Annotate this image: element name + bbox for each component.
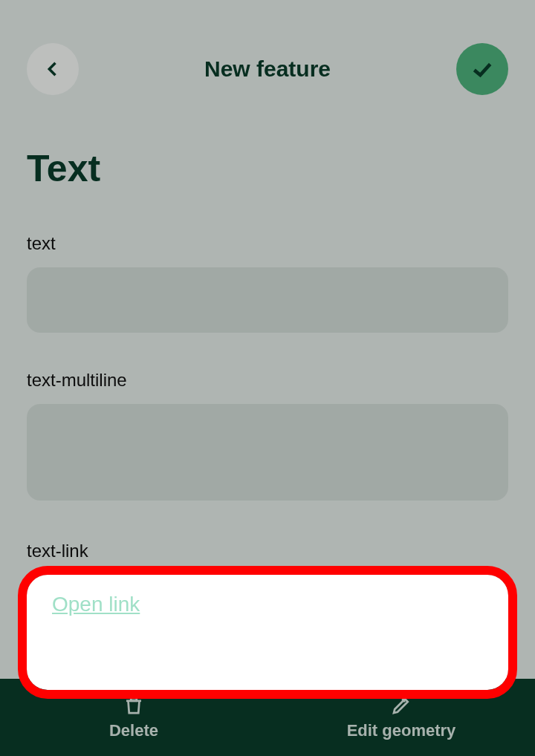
multiline-field-label: text-multiline <box>27 370 508 391</box>
edit-geometry-button[interactable]: Edit geometry <box>268 679 535 756</box>
text-multiline-input[interactable] <box>27 404 508 501</box>
section-title: Text <box>27 147 508 190</box>
header: New feature <box>0 0 535 95</box>
delete-button[interactable]: Delete <box>0 679 268 756</box>
content-area: Text text text-multiline text-link Open … <box>0 95 535 690</box>
edit-geometry-label: Edit geometry <box>347 721 456 740</box>
back-button[interactable] <box>27 43 79 95</box>
check-icon <box>470 57 494 81</box>
text-field-label: text <box>27 233 508 254</box>
open-link[interactable]: Open link <box>52 593 140 616</box>
link-field-label: text-link <box>27 541 508 561</box>
confirm-button[interactable] <box>456 43 508 95</box>
delete-label: Delete <box>109 721 158 740</box>
chevron-left-icon <box>42 59 63 79</box>
text-input[interactable] <box>27 267 508 333</box>
pencil-icon <box>390 694 412 717</box>
text-link-container: Open link <box>27 575 508 690</box>
bottom-bar: Delete Edit geometry <box>0 679 535 756</box>
trash-icon <box>123 694 145 717</box>
highlight-border <box>18 566 517 699</box>
page-title: New feature <box>204 56 331 82</box>
